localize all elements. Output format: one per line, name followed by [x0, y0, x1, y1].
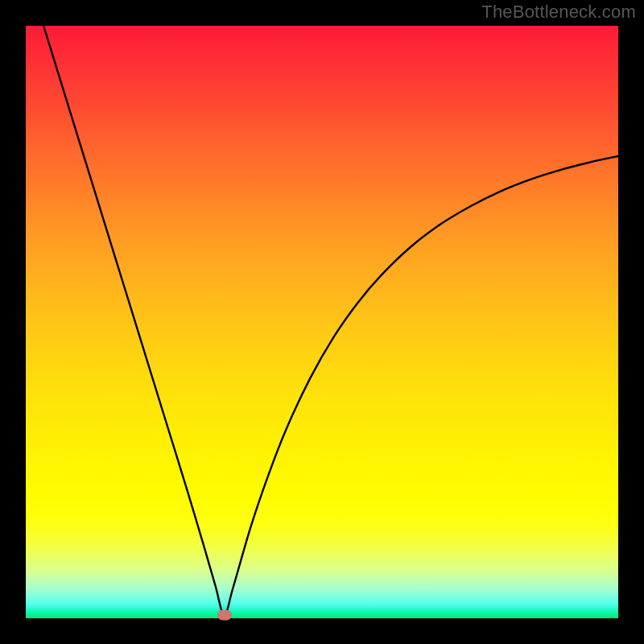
bottleneck-curve [43, 26, 618, 615]
attribution-text: TheBottleneck.com [481, 2, 636, 23]
plot-area [26, 26, 618, 618]
curve-svg [26, 26, 618, 618]
optimal-point-marker [217, 610, 232, 621]
chart-frame: TheBottleneck.com [0, 0, 644, 644]
